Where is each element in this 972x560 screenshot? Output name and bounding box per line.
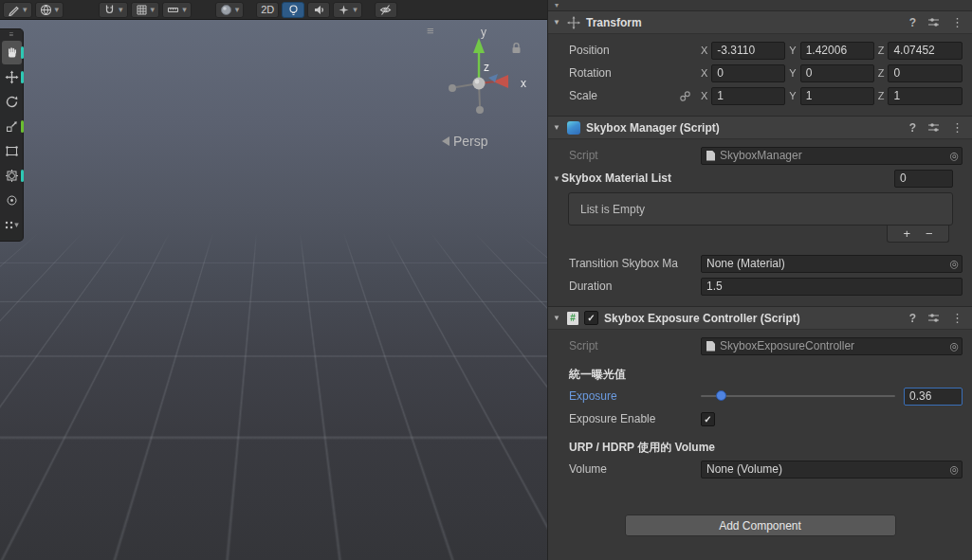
grid-snap-button[interactable]: ▾ [131, 2, 160, 18]
rotation-row: Rotation X0 Y0 Z0 [548, 62, 963, 84]
x-axis-label[interactable]: X [701, 67, 707, 79]
transform-tool-button[interactable] [2, 164, 22, 188]
position-z-field[interactable]: 4.07452 [888, 42, 963, 60]
lock-icon[interactable] [511, 42, 522, 54]
foldout-icon[interactable]: ▼ [553, 18, 561, 27]
component-enabled-checkbox[interactable]: ✓ [584, 311, 598, 325]
scene-visibility-toggle[interactable] [375, 2, 397, 18]
gizmo-y-label[interactable]: y [481, 26, 486, 39]
slider-track[interactable] [701, 395, 895, 397]
skybox-material-list-row[interactable]: ▼ Skybox Material List 0 [548, 167, 963, 190]
add-component-button[interactable]: Add Component [625, 515, 896, 536]
volume-value: None (Volume) [706, 462, 782, 476]
material-list-box: List is Empty [568, 192, 953, 226]
position-x-field[interactable]: -3.3110 [711, 42, 785, 60]
duration-row: Duration 1.5 [548, 275, 963, 298]
list-size-field[interactable]: 0 [894, 170, 953, 188]
overlay-accent [21, 170, 24, 182]
transform-header[interactable]: ▼ Transform ? ⋮ [548, 10, 972, 34]
exposure-enable-checkbox[interactable]: ✓ [701, 412, 715, 426]
scene-audio-toggle[interactable] [307, 2, 330, 18]
rotation-label: Rotation [569, 66, 701, 80]
rect-tool-icon [5, 144, 19, 158]
x-axis-label[interactable]: X [701, 90, 707, 101]
caret-down-icon: ▾ [14, 221, 19, 229]
gizmo-x-label[interactable]: x [521, 77, 526, 90]
skybox-manager-header[interactable]: ▼ Skybox Manager (Script) ? ⋮ [548, 116, 972, 139]
help-icon[interactable]: ? [909, 312, 916, 325]
scene-toolbar: ▾ ▾ ▾ ▾ ▾ ▾ 2D [0, 0, 547, 20]
z-axis-label[interactable]: Z [878, 45, 885, 56]
presets-icon[interactable] [927, 16, 940, 28]
projection-toggle[interactable]: Persp [442, 134, 488, 149]
scale-y-field[interactable]: 1 [800, 87, 874, 105]
exposure-slider[interactable] [701, 388, 895, 404]
object-picker-icon[interactable]: ◎ [949, 340, 959, 352]
foldout-partial-icon: ▾ [555, 1, 559, 9]
list-remove-button[interactable]: − [926, 227, 933, 240]
orientation-gizmo[interactable]: y z x [420, 25, 543, 127]
list-add-button[interactable]: + [903, 227, 910, 240]
exposure-enable-label: Exposure Enable [569, 412, 701, 425]
exposure-label[interactable]: Exposure [569, 389, 701, 403]
foldout-icon[interactable]: ▼ [553, 123, 561, 132]
scene-viewport[interactable]: ▾ ▾ ▾ ▾ ▾ ▾ 2D [0, 0, 547, 560]
y-axis-label[interactable]: Y [789, 67, 796, 79]
move-tool-button[interactable] [2, 65, 22, 89]
skybox-manager-component-icon [567, 121, 580, 135]
available-tools-button[interactable]: ▾ [2, 213, 22, 237]
scale-tool-button[interactable] [2, 115, 22, 138]
transform-icon [5, 169, 19, 183]
scene-lighting-toggle[interactable] [282, 2, 304, 18]
x-axis-label[interactable]: X [701, 45, 707, 56]
view-tool-button[interactable] [2, 41, 22, 64]
snap-settings-button[interactable]: ▾ [99, 2, 128, 18]
script-object-field[interactable]: SkyboxExposureController ◎ [701, 337, 963, 355]
foldout-icon[interactable]: ▼ [553, 174, 561, 183]
script-object-field[interactable]: SkyboxManager ◎ [701, 147, 963, 165]
object-picker-icon[interactable]: ◎ [949, 150, 959, 162]
speaker-icon [313, 4, 325, 16]
z-axis-label[interactable]: Z [878, 67, 885, 79]
custom-tool-button[interactable] [2, 189, 22, 212]
draw-mode-button[interactable]: ▾ [215, 2, 245, 18]
scale-x-field[interactable]: 1 [711, 87, 785, 105]
presets-icon[interactable] [927, 121, 940, 134]
position-label: Position [569, 44, 701, 57]
gizmo-z-label[interactable]: z [484, 61, 489, 74]
rotation-y-field[interactable]: 0 [800, 64, 874, 82]
overlay-drag-handle[interactable]: ≡ [0, 29, 23, 40]
presets-icon[interactable] [927, 312, 940, 324]
exposure-controller-header[interactable]: ▼ # ✓ Skybox Exposure Controller (Script… [548, 306, 972, 330]
draw-tool-button[interactable]: ▾ [3, 2, 32, 18]
slider-handle[interactable] [716, 390, 726, 401]
scene-camera-settings-button[interactable]: ▾ [35, 2, 64, 18]
z-axis-label[interactable]: Z [878, 90, 885, 101]
rotation-z-field[interactable]: 0 [888, 64, 963, 82]
rotation-x-field[interactable]: 0 [711, 64, 785, 82]
object-picker-icon[interactable]: ◎ [949, 463, 959, 476]
duration-field[interactable]: 1.5 [701, 278, 963, 296]
kebab-menu-icon[interactable]: ⋮ [951, 120, 963, 135]
y-axis-label[interactable]: Y [789, 90, 796, 101]
transition-material-field[interactable]: None (Material) ◎ [701, 255, 963, 273]
help-icon[interactable]: ? [909, 16, 916, 29]
exposure-value-field[interactable]: 0.36 [904, 388, 963, 406]
help-icon[interactable]: ? [909, 121, 916, 135]
measure-tool-button[interactable]: ▾ [162, 2, 192, 18]
foldout-icon[interactable]: ▼ [553, 314, 561, 322]
rotate-tool-button[interactable] [2, 90, 22, 114]
kebab-menu-icon[interactable]: ⋮ [951, 311, 963, 325]
scale-z-field[interactable]: 1 [888, 87, 963, 105]
caret-down-icon: ▾ [151, 6, 156, 14]
y-axis-label[interactable]: Y [789, 45, 796, 56]
2d-mode-toggle[interactable]: 2D [256, 2, 279, 18]
object-picker-icon[interactable]: ◎ [949, 258, 959, 270]
kebab-menu-icon[interactable]: ⋮ [951, 15, 963, 29]
uniform-scale-link-icon[interactable] [679, 90, 691, 102]
volume-object-field[interactable]: None (Volume) ◎ [701, 461, 963, 479]
scene-effects-toggle[interactable]: ▾ [333, 2, 362, 18]
gizmo-axes [449, 38, 508, 114]
position-y-field[interactable]: 1.42006 [800, 42, 874, 60]
rect-tool-button[interactable] [2, 139, 22, 163]
